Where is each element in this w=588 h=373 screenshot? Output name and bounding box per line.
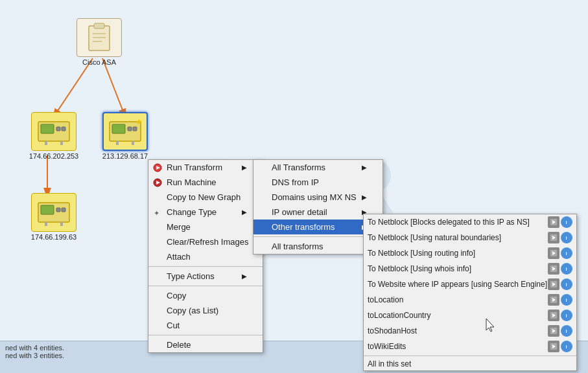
all-transforms-arrow: ▶	[362, 164, 367, 171]
all-transforms-2-label: All transforms	[272, 242, 323, 251]
copy-as-list-label: Copy (as List)	[167, 306, 218, 315]
menu-cut[interactable]: Cut	[148, 318, 263, 333]
separator-1	[148, 266, 263, 267]
menu-merge[interactable]: Merge	[148, 220, 263, 234]
node-cisco-asa[interactable]: Cisco ASA	[70, 18, 128, 66]
menu-run-machine[interactable]: Run Machine	[148, 175, 263, 190]
transform-tolocationcountry-label: toLocationCountry	[368, 311, 548, 320]
transform-netblock-whois[interactable]: To Netblock [Using whois info] i	[364, 261, 576, 277]
transform-all-in-set[interactable]: All in this set	[364, 357, 576, 370]
all-transforms-label: All Transforms	[272, 163, 325, 172]
svg-text:i: i	[566, 297, 567, 303]
node-ip3[interactable]: 174.66.199.63	[25, 193, 83, 241]
svg-text:i: i	[566, 235, 567, 241]
submenu2-sep	[364, 356, 576, 356]
menu-copy-as-list[interactable]: Copy (as List)	[148, 303, 263, 318]
menu-delete[interactable]: Delete	[148, 337, 263, 352]
transform-info-icon-9: i	[561, 341, 572, 352]
transform-towikiedits[interactable]: toWikiEdits i	[364, 339, 576, 354]
svg-text:✦: ✦	[154, 209, 159, 216]
other-transforms-label: Other transforms	[272, 222, 335, 232]
transform-run-icon-9	[548, 341, 559, 352]
menu-change-type[interactable]: ✦ Change Type ▶	[148, 205, 263, 220]
svg-rect-17	[133, 127, 137, 131]
transform-run-icon-8	[548, 325, 559, 337]
transform-towikiedits-label: toWikiEdits	[368, 342, 548, 351]
transform-run-icon-2	[548, 232, 559, 243]
svg-text:i: i	[566, 220, 567, 225]
transform-run-icon-6	[548, 294, 559, 306]
transform-info-icon-2: i	[561, 232, 572, 243]
transform-netblock-routing[interactable]: To Netblock [Using routing info] i	[364, 245, 576, 261]
attach-label: Attach	[167, 252, 191, 262]
transform-info-icon-6: i	[561, 294, 572, 306]
transform-toshodanhost-icons: i	[548, 325, 572, 337]
transform-tolocationcountry[interactable]: toLocationCountry i	[364, 308, 576, 323]
menu-copy-to-new-graph[interactable]: Copy to New Graph	[148, 190, 263, 205]
merge-label: Merge	[167, 222, 191, 232]
transform-netblock-natural-icons: i	[548, 232, 572, 243]
transform-all-in-set-label: All in this set	[368, 359, 572, 368]
transform-info-icon-7: i	[561, 310, 572, 321]
run-transform-label: Run Transform	[167, 163, 222, 172]
run-transform-arrow: ▶	[242, 164, 247, 171]
transform-tolocation-label: toLocation	[368, 295, 548, 304]
ip3-label: 174.66.199.63	[31, 233, 76, 241]
svg-rect-9	[41, 124, 54, 133]
menu-clear-refresh[interactable]: Clear/Refresh Images	[148, 234, 263, 249]
node-ip2[interactable]: ★ 213.129.68.17	[96, 112, 154, 160]
submenu1-domains-mx-ns[interactable]: Domains using MX NS ▶	[253, 190, 382, 205]
delete-label: Delete	[167, 340, 191, 350]
type-actions-label: Type Actions	[167, 271, 215, 281]
transform-netblock-natural[interactable]: To Netblock [Using natural boundaries] i	[364, 230, 576, 245]
transform-website-search[interactable]: To Website where IP appears [using Searc…	[364, 277, 576, 292]
transform-netblock-whois-icons: i	[548, 263, 572, 275]
run-machine-icon	[152, 177, 163, 188]
transform-run-icon-7	[548, 310, 559, 321]
svg-rect-19	[132, 141, 134, 145]
transform-netblock-ns-icons: i	[548, 216, 572, 228]
transform-toshodanhost-label: toShodanHost	[368, 326, 548, 335]
svg-rect-26	[60, 222, 63, 226]
svg-text:i: i	[566, 313, 567, 319]
svg-rect-4	[94, 23, 104, 28]
svg-line-0	[54, 58, 93, 117]
transform-netblock-routing-icons: i	[548, 247, 572, 259]
menu-attach[interactable]: Attach	[148, 249, 263, 264]
svg-text:i: i	[566, 344, 567, 350]
transform-tolocation[interactable]: toLocation i	[364, 292, 576, 308]
submenu1-all-transforms[interactable]: All Transforms ▶	[253, 160, 382, 175]
transform-netblock-natural-label: To Netblock [Using natural boundaries]	[368, 233, 548, 242]
transform-run-icon-3	[548, 247, 559, 259]
svg-rect-3	[89, 26, 110, 51]
transform-info-icon-4: i	[561, 263, 572, 275]
svg-rect-22	[41, 205, 54, 214]
menu-copy[interactable]: Copy	[148, 288, 263, 303]
svg-rect-23	[56, 208, 60, 212]
svg-rect-25	[45, 222, 47, 226]
copy-to-new-graph-label: Copy to New Graph	[167, 192, 241, 202]
svg-rect-15	[112, 124, 125, 133]
ip-owner-detail-label: IP owner detail	[272, 207, 327, 217]
transform-toshodanhost[interactable]: toShodanHost i	[364, 323, 576, 339]
menu-run-transform[interactable]: Run Transform ▶	[148, 160, 263, 175]
submenu1-dns-from-ip[interactable]: DNS from IP	[253, 175, 382, 190]
transform-run-icon-4	[548, 263, 559, 275]
ip1-label: 174.66.202.253	[29, 152, 78, 160]
type-actions-arrow: ▶	[242, 273, 247, 280]
transform-towikiedits-icons: i	[548, 341, 572, 352]
svg-rect-13	[60, 141, 63, 145]
transform-info-icon-3: i	[561, 247, 572, 259]
transform-netblock-ns[interactable]: To Netblock [Blocks delegated to this IP…	[364, 214, 576, 230]
transform-info-icon-5: i	[561, 278, 572, 290]
submenu-other-transforms: To Netblock [Blocks delegated to this IP…	[363, 214, 577, 371]
transform-netblock-ns-label: To Netblock [Blocks delegated to this IP…	[368, 218, 548, 227]
ip2-icon: ★	[102, 112, 148, 151]
change-type-label: Change Type	[167, 207, 217, 217]
svg-rect-10	[56, 127, 60, 131]
menu-type-actions[interactable]: Type Actions ▶	[148, 269, 263, 284]
transform-tolocation-icons: i	[548, 294, 572, 306]
ip1-icon	[31, 112, 76, 151]
node-ip1[interactable]: 174.66.202.253	[25, 112, 83, 160]
copy-label: Copy	[167, 291, 186, 300]
